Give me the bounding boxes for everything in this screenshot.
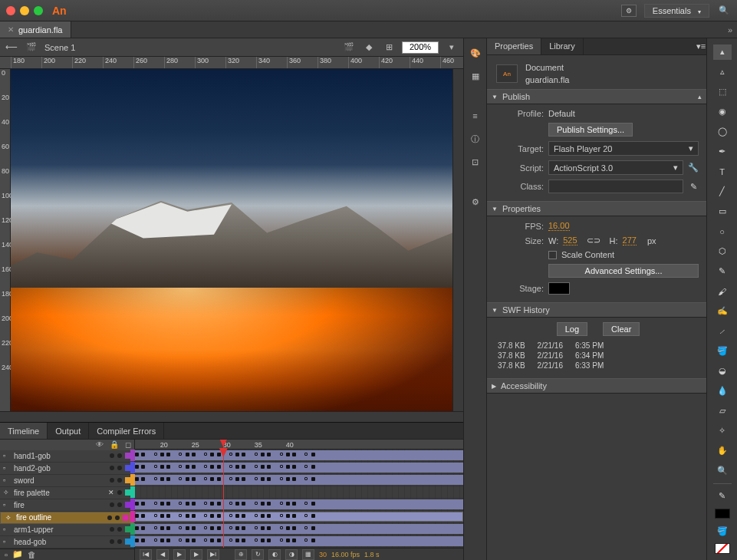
frame-span[interactable] [135,524,463,534]
zoom-tool-icon[interactable]: 🔍 [713,463,732,479]
tracks-area[interactable] [135,450,463,548]
layer-row[interactable]: ▫hand1-gob [0,450,134,463]
keyframe[interactable] [217,514,221,518]
keyframe[interactable] [154,477,157,480]
back-icon[interactable]: ⟵ [5,41,18,54]
track-row[interactable] [135,535,463,548]
keyframe[interactable] [304,539,308,542]
next-frame-button[interactable]: ▶ [190,549,202,560]
keyframe[interactable] [286,453,290,456]
keyframe[interactable] [229,502,232,505]
timeline-tab[interactable]: Timeline [0,423,48,439]
sync-settings-button[interactable]: ⚙ [621,5,637,17]
selection-tool-icon[interactable]: ▴ [713,44,732,60]
keyframe[interactable] [255,526,258,529]
prev-frame-button[interactable]: ◀ [156,549,169,560]
keyframe[interactable] [235,539,239,542]
wrench-icon[interactable]: 🔧 [688,163,699,173]
keyframe[interactable] [280,514,283,517]
log-button[interactable]: Log [557,322,587,336]
keyframe[interactable] [186,502,189,506]
keyframe[interactable] [229,465,232,468]
keyframe[interactable] [242,502,245,506]
lock-header-icon[interactable]: 🔒 [110,440,119,449]
swatches-icon[interactable]: ▦ [468,69,483,83]
keyframe[interactable] [242,526,245,530]
keyframe[interactable] [204,502,207,505]
keyframe[interactable] [286,477,290,481]
keyframe[interactable] [255,502,258,505]
keyframe[interactable] [204,465,207,468]
zoom-dropdown-icon[interactable]: ▾ [445,41,459,54]
keyframe[interactable] [311,453,315,456]
keyframe[interactable] [280,453,283,456]
keyframe[interactable] [267,477,271,481]
keyframe[interactable] [204,477,207,480]
keyframe[interactable] [229,514,232,517]
hand-tool-icon[interactable]: ✋ [713,443,732,459]
workspace-picker[interactable]: Essentials ▾ [644,4,709,18]
onion-skin-button[interactable]: ◐ [268,549,281,560]
keyframe[interactable] [286,502,290,506]
keyframe[interactable] [286,465,290,469]
keyframe[interactable] [204,526,207,529]
stroke-color-swatch[interactable] [715,509,730,519]
keyframe[interactable] [210,514,214,518]
keyframe[interactable] [217,453,221,456]
keyframe[interactable] [154,526,157,529]
keyframe[interactable] [286,514,290,518]
timeline-tab[interactable]: Compiler Errors [89,423,164,439]
keyframe[interactable] [311,502,315,506]
keyframe[interactable] [166,539,170,542]
keyframe[interactable] [160,539,164,542]
keyframe[interactable] [267,502,271,506]
scrollbar-horizontal[interactable] [0,411,463,422]
keyframe[interactable] [135,539,139,542]
keyframe[interactable] [292,453,296,456]
keyframe[interactable] [261,453,265,456]
pencil-tool-icon[interactable]: ✎ [713,264,732,279]
components-icon[interactable]: ⚙ [468,195,483,209]
keyframe[interactable] [154,514,157,517]
keyframe[interactable] [204,453,207,456]
advanced-settings-button[interactable]: Advanced Settings... [548,264,699,278]
keyframe[interactable] [179,477,182,480]
zoom-input[interactable]: 200% [402,41,439,54]
layer-row[interactable]: ✧fire outline [0,512,134,524]
hide-icon[interactable]: ✕ [108,489,114,496]
search-icon[interactable]: 🔍 [717,4,731,18]
keyframe[interactable] [141,514,145,518]
paint-brush-tool-icon[interactable]: ✍ [713,304,732,319]
keyframe[interactable] [217,539,221,542]
keyframe[interactable] [267,453,271,456]
delete-layer-icon[interactable]: 🗑 [28,550,36,559]
keyframe[interactable] [229,526,232,529]
keyframe[interactable] [261,502,265,506]
keyframe[interactable] [210,465,214,469]
pen-tool-icon[interactable]: ✒ [713,144,732,160]
keyframe[interactable] [154,502,157,505]
keyframe[interactable] [235,477,239,481]
keyframe[interactable] [166,477,170,481]
keyframe[interactable] [204,539,207,542]
keyframe[interactable] [186,539,189,542]
keyframe[interactable] [186,453,189,456]
height-value[interactable]: 277 [623,236,637,245]
keyframe[interactable] [286,539,290,542]
keyframe[interactable] [141,526,145,530]
keyframe[interactable] [135,477,139,481]
loop-button[interactable]: ↻ [252,549,264,560]
keyframe[interactable] [160,453,164,456]
width-tool-icon[interactable]: ✧ [713,423,732,439]
polystar-tool-icon[interactable]: ⬡ [713,244,732,259]
track-row[interactable] [135,486,463,499]
width-value[interactable]: 525 [563,236,577,245]
keyframe[interactable] [192,502,196,506]
keyframe[interactable] [192,539,196,542]
visibility-dot[interactable] [110,466,114,470]
free-transform-tool-icon[interactable]: ⬚ [713,84,732,100]
keyframe[interactable] [217,465,221,469]
scale-content-checkbox[interactable] [548,251,557,259]
keyframe[interactable] [160,465,164,469]
keyframe[interactable] [166,514,170,518]
